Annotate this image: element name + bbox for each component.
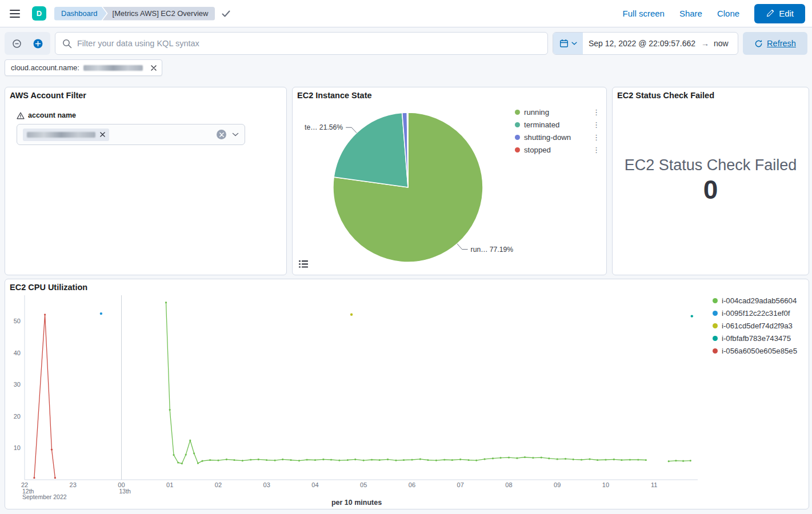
breadcrumb: Dashboard [Metrics AWS] EC2 Overview bbox=[54, 7, 215, 21]
chevron-down-icon bbox=[571, 42, 577, 45]
x-tick-label: 01 bbox=[166, 481, 173, 488]
line-legend-item[interactable]: i-061cd5def74d2f9a3 bbox=[713, 319, 797, 332]
date-end-value[interactable]: now bbox=[709, 39, 735, 48]
series-point bbox=[629, 459, 631, 460]
series-point bbox=[173, 454, 174, 456]
series-point bbox=[165, 302, 167, 303]
series-point bbox=[459, 459, 461, 460]
x-tick-label: 03 bbox=[263, 481, 270, 488]
series-point bbox=[322, 459, 324, 460]
series-point bbox=[44, 314, 46, 315]
legend-toggle-button[interactable] bbox=[297, 258, 310, 270]
series-point bbox=[250, 459, 251, 460]
series-point bbox=[274, 460, 276, 461]
series-point bbox=[350, 314, 353, 316]
series-point bbox=[266, 459, 267, 461]
pie-legend-item[interactable]: running⋮ bbox=[515, 106, 602, 118]
series-point bbox=[532, 457, 534, 459]
chevron-down-icon[interactable] bbox=[232, 132, 239, 136]
series-point bbox=[290, 459, 292, 461]
pie-callout-line bbox=[346, 127, 357, 133]
line-legend-item[interactable]: i-004cad29adab56604 bbox=[713, 294, 797, 307]
remove-selected-account-button[interactable] bbox=[100, 132, 105, 137]
menu-button[interactable] bbox=[5, 3, 25, 24]
legend-label: i-056a6050e605e85e5 bbox=[722, 347, 797, 355]
fullscreen-button[interactable]: Full screen bbox=[623, 9, 665, 18]
series-point bbox=[363, 460, 365, 461]
selected-account-pill bbox=[23, 128, 109, 141]
filter-circle-icon bbox=[12, 39, 22, 49]
series-point bbox=[379, 459, 381, 461]
pie-legend-item[interactable]: shutting-down⋮ bbox=[515, 131, 602, 143]
date-quick-select-button[interactable] bbox=[553, 33, 583, 54]
space-avatar[interactable]: D bbox=[32, 6, 46, 21]
pie-callout-label: te… 21.56% bbox=[305, 123, 343, 131]
share-button[interactable]: Share bbox=[679, 9, 702, 18]
clone-button[interactable]: Clone bbox=[717, 9, 739, 18]
series-point bbox=[411, 459, 413, 460]
legend-actions-icon[interactable]: ⋮ bbox=[591, 133, 602, 142]
series-point bbox=[306, 459, 308, 460]
legend-actions-icon[interactable]: ⋮ bbox=[591, 146, 602, 154]
series-point bbox=[605, 459, 606, 460]
series-point bbox=[169, 409, 171, 411]
series-point bbox=[298, 460, 300, 461]
series-point bbox=[597, 459, 598, 461]
legend-color-dot bbox=[713, 336, 718, 341]
series-line-i-056a6050e605e85e5 bbox=[34, 315, 55, 478]
legend-actions-icon[interactable]: ⋮ bbox=[591, 121, 602, 129]
series-point bbox=[347, 459, 349, 461]
series-point bbox=[371, 459, 373, 460]
edit-button[interactable]: Edit bbox=[754, 4, 805, 23]
series-point bbox=[468, 459, 470, 461]
series-point bbox=[100, 312, 102, 315]
filter-bar: cloud.account.name: bbox=[5, 59, 162, 77]
series-point bbox=[690, 460, 691, 461]
kql-search-input[interactable] bbox=[77, 39, 541, 48]
legend-actions-icon[interactable]: ⋮ bbox=[591, 108, 602, 117]
line-legend-item[interactable]: i-0095f12c22c31ef0f bbox=[713, 307, 797, 319]
series-point bbox=[258, 459, 259, 460]
line-legend-item[interactable]: i-056a6050e605e85e5 bbox=[713, 344, 797, 357]
series-point bbox=[557, 458, 558, 460]
filter-pill-remove-button[interactable] bbox=[147, 61, 161, 75]
y-tick-label: 50 bbox=[14, 318, 21, 324]
list-icon bbox=[299, 260, 308, 268]
filter-pill-cloud-account-name[interactable]: cloud.account.name: bbox=[5, 59, 162, 76]
space-initial: D bbox=[37, 9, 42, 18]
legend-label: i-0fbfafb783e743475 bbox=[722, 334, 791, 343]
series-point bbox=[589, 458, 590, 460]
add-filter-button[interactable] bbox=[29, 34, 47, 53]
series-point bbox=[193, 452, 195, 454]
x-tick-label: 11 bbox=[651, 481, 657, 488]
series-point bbox=[675, 460, 677, 461]
breadcrumb-current[interactable]: [Metrics AWS] EC2 Overview bbox=[103, 7, 215, 21]
account-name-combobox[interactable] bbox=[17, 124, 245, 145]
legend-color-dot bbox=[713, 311, 718, 316]
series-point bbox=[435, 460, 437, 461]
series-point bbox=[330, 459, 332, 460]
series-point bbox=[197, 463, 199, 464]
x-tick-label: 09 bbox=[554, 481, 561, 488]
date-start-value[interactable]: Sep 12, 2022 @ 22:09:57.662 bbox=[583, 39, 701, 48]
pie-legend-item[interactable]: terminated⋮ bbox=[515, 118, 602, 131]
line-legend-item[interactable]: i-0fbfafb783e743475 bbox=[713, 332, 797, 344]
account-name-field-label: account name bbox=[17, 111, 286, 119]
series-point bbox=[613, 459, 615, 460]
x-tick-label: 06 bbox=[409, 481, 415, 488]
clear-selection-button[interactable] bbox=[217, 130, 226, 139]
series-point bbox=[516, 457, 518, 459]
saved-check-icon bbox=[222, 10, 230, 17]
series-point bbox=[541, 457, 542, 459]
pie-legend-item[interactable]: stopped⋮ bbox=[515, 143, 602, 156]
legend-label: i-0095f12c22c31ef0f bbox=[722, 309, 790, 318]
series-point bbox=[524, 456, 526, 458]
series-point bbox=[573, 459, 574, 460]
filter-options-button[interactable] bbox=[7, 34, 26, 53]
series-point bbox=[209, 459, 211, 461]
pie-slice-terminated[interactable] bbox=[334, 113, 408, 187]
y-tick-label: 10 bbox=[14, 444, 21, 451]
refresh-button[interactable]: Refresh bbox=[743, 32, 807, 55]
breadcrumb-dashboard[interactable]: Dashboard bbox=[54, 7, 107, 21]
y-tick-label: 30 bbox=[14, 381, 21, 388]
